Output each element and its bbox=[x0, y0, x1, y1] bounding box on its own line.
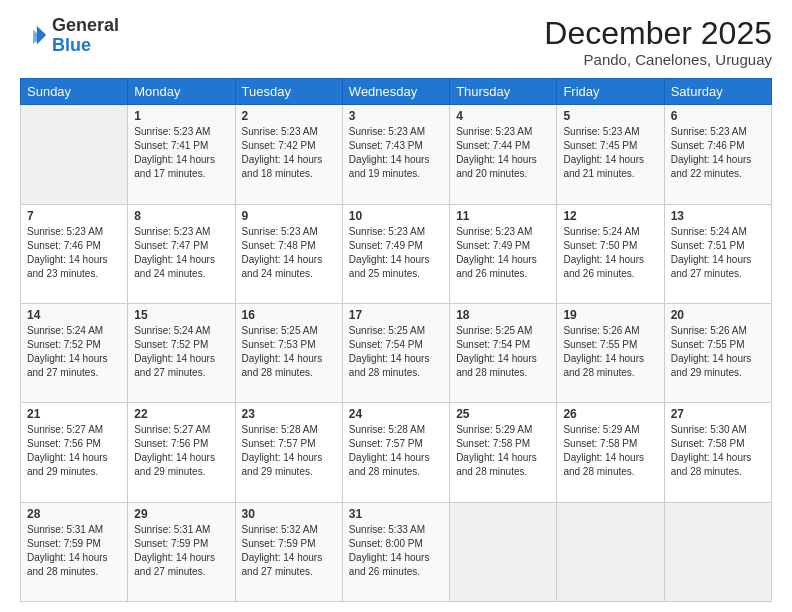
calendar-header-row: Sunday Monday Tuesday Wednesday Thursday… bbox=[21, 79, 772, 105]
logo: General Blue bbox=[20, 16, 119, 56]
header: General Blue December 2025 Pando, Canelo… bbox=[20, 16, 772, 68]
day-info: Sunrise: 5:23 AM Sunset: 7:47 PM Dayligh… bbox=[134, 225, 228, 281]
day-number: 9 bbox=[242, 209, 336, 223]
day-number: 15 bbox=[134, 308, 228, 322]
location-title: Pando, Canelones, Uruguay bbox=[544, 51, 772, 68]
day-number: 4 bbox=[456, 109, 550, 123]
day-info: Sunrise: 5:31 AM Sunset: 7:59 PM Dayligh… bbox=[27, 523, 121, 579]
weekday-sunday: Sunday bbox=[21, 79, 128, 105]
day-number: 11 bbox=[456, 209, 550, 223]
weekday-monday: Monday bbox=[128, 79, 235, 105]
day-info: Sunrise: 5:28 AM Sunset: 7:57 PM Dayligh… bbox=[349, 423, 443, 479]
day-info: Sunrise: 5:26 AM Sunset: 7:55 PM Dayligh… bbox=[671, 324, 765, 380]
day-number: 2 bbox=[242, 109, 336, 123]
day-info: Sunrise: 5:23 AM Sunset: 7:42 PM Dayligh… bbox=[242, 125, 336, 181]
day-info: Sunrise: 5:23 AM Sunset: 7:44 PM Dayligh… bbox=[456, 125, 550, 181]
day-number: 19 bbox=[563, 308, 657, 322]
day-info: Sunrise: 5:26 AM Sunset: 7:55 PM Dayligh… bbox=[563, 324, 657, 380]
day-info: Sunrise: 5:24 AM Sunset: 7:51 PM Dayligh… bbox=[671, 225, 765, 281]
table-row: 24Sunrise: 5:28 AM Sunset: 7:57 PM Dayli… bbox=[342, 403, 449, 502]
day-number: 16 bbox=[242, 308, 336, 322]
day-number: 20 bbox=[671, 308, 765, 322]
day-number: 3 bbox=[349, 109, 443, 123]
day-number: 5 bbox=[563, 109, 657, 123]
day-number: 26 bbox=[563, 407, 657, 421]
calendar-week-row: 28Sunrise: 5:31 AM Sunset: 7:59 PM Dayli… bbox=[21, 502, 772, 601]
day-info: Sunrise: 5:23 AM Sunset: 7:43 PM Dayligh… bbox=[349, 125, 443, 181]
day-number: 28 bbox=[27, 507, 121, 521]
day-number: 27 bbox=[671, 407, 765, 421]
table-row: 5Sunrise: 5:23 AM Sunset: 7:45 PM Daylig… bbox=[557, 105, 664, 204]
day-number: 18 bbox=[456, 308, 550, 322]
weekday-wednesday: Wednesday bbox=[342, 79, 449, 105]
day-info: Sunrise: 5:25 AM Sunset: 7:54 PM Dayligh… bbox=[456, 324, 550, 380]
table-row: 12Sunrise: 5:24 AM Sunset: 7:50 PM Dayli… bbox=[557, 204, 664, 303]
day-info: Sunrise: 5:27 AM Sunset: 7:56 PM Dayligh… bbox=[134, 423, 228, 479]
logo-blue-text: Blue bbox=[52, 35, 91, 55]
day-info: Sunrise: 5:33 AM Sunset: 8:00 PM Dayligh… bbox=[349, 523, 443, 579]
table-row: 2Sunrise: 5:23 AM Sunset: 7:42 PM Daylig… bbox=[235, 105, 342, 204]
table-row: 8Sunrise: 5:23 AM Sunset: 7:47 PM Daylig… bbox=[128, 204, 235, 303]
table-row: 15Sunrise: 5:24 AM Sunset: 7:52 PM Dayli… bbox=[128, 303, 235, 402]
day-number: 21 bbox=[27, 407, 121, 421]
table-row: 28Sunrise: 5:31 AM Sunset: 7:59 PM Dayli… bbox=[21, 502, 128, 601]
table-row: 1Sunrise: 5:23 AM Sunset: 7:41 PM Daylig… bbox=[128, 105, 235, 204]
day-number: 22 bbox=[134, 407, 228, 421]
day-number: 6 bbox=[671, 109, 765, 123]
table-row: 3Sunrise: 5:23 AM Sunset: 7:43 PM Daylig… bbox=[342, 105, 449, 204]
calendar-week-row: 7Sunrise: 5:23 AM Sunset: 7:46 PM Daylig… bbox=[21, 204, 772, 303]
table-row: 16Sunrise: 5:25 AM Sunset: 7:53 PM Dayli… bbox=[235, 303, 342, 402]
day-info: Sunrise: 5:29 AM Sunset: 7:58 PM Dayligh… bbox=[456, 423, 550, 479]
table-row bbox=[21, 105, 128, 204]
day-info: Sunrise: 5:23 AM Sunset: 7:46 PM Dayligh… bbox=[27, 225, 121, 281]
day-number: 13 bbox=[671, 209, 765, 223]
day-number: 12 bbox=[563, 209, 657, 223]
day-info: Sunrise: 5:29 AM Sunset: 7:58 PM Dayligh… bbox=[563, 423, 657, 479]
day-number: 24 bbox=[349, 407, 443, 421]
table-row bbox=[450, 502, 557, 601]
day-info: Sunrise: 5:25 AM Sunset: 7:53 PM Dayligh… bbox=[242, 324, 336, 380]
day-info: Sunrise: 5:23 AM Sunset: 7:49 PM Dayligh… bbox=[456, 225, 550, 281]
table-row: 22Sunrise: 5:27 AM Sunset: 7:56 PM Dayli… bbox=[128, 403, 235, 502]
day-info: Sunrise: 5:23 AM Sunset: 7:45 PM Dayligh… bbox=[563, 125, 657, 181]
day-number: 8 bbox=[134, 209, 228, 223]
table-row: 30Sunrise: 5:32 AM Sunset: 7:59 PM Dayli… bbox=[235, 502, 342, 601]
day-number: 31 bbox=[349, 507, 443, 521]
day-info: Sunrise: 5:31 AM Sunset: 7:59 PM Dayligh… bbox=[134, 523, 228, 579]
calendar-week-row: 14Sunrise: 5:24 AM Sunset: 7:52 PM Dayli… bbox=[21, 303, 772, 402]
calendar-table: Sunday Monday Tuesday Wednesday Thursday… bbox=[20, 78, 772, 602]
day-info: Sunrise: 5:23 AM Sunset: 7:46 PM Dayligh… bbox=[671, 125, 765, 181]
table-row: 21Sunrise: 5:27 AM Sunset: 7:56 PM Dayli… bbox=[21, 403, 128, 502]
table-row: 4Sunrise: 5:23 AM Sunset: 7:44 PM Daylig… bbox=[450, 105, 557, 204]
page: General Blue December 2025 Pando, Canelo… bbox=[0, 0, 792, 612]
day-info: Sunrise: 5:24 AM Sunset: 7:50 PM Dayligh… bbox=[563, 225, 657, 281]
day-info: Sunrise: 5:30 AM Sunset: 7:58 PM Dayligh… bbox=[671, 423, 765, 479]
table-row bbox=[664, 502, 771, 601]
table-row: 20Sunrise: 5:26 AM Sunset: 7:55 PM Dayli… bbox=[664, 303, 771, 402]
table-row: 6Sunrise: 5:23 AM Sunset: 7:46 PM Daylig… bbox=[664, 105, 771, 204]
table-row: 19Sunrise: 5:26 AM Sunset: 7:55 PM Dayli… bbox=[557, 303, 664, 402]
weekday-friday: Friday bbox=[557, 79, 664, 105]
day-info: Sunrise: 5:28 AM Sunset: 7:57 PM Dayligh… bbox=[242, 423, 336, 479]
table-row: 11Sunrise: 5:23 AM Sunset: 7:49 PM Dayli… bbox=[450, 204, 557, 303]
day-info: Sunrise: 5:25 AM Sunset: 7:54 PM Dayligh… bbox=[349, 324, 443, 380]
calendar-week-row: 1Sunrise: 5:23 AM Sunset: 7:41 PM Daylig… bbox=[21, 105, 772, 204]
day-info: Sunrise: 5:32 AM Sunset: 7:59 PM Dayligh… bbox=[242, 523, 336, 579]
table-row: 13Sunrise: 5:24 AM Sunset: 7:51 PM Dayli… bbox=[664, 204, 771, 303]
table-row: 31Sunrise: 5:33 AM Sunset: 8:00 PM Dayli… bbox=[342, 502, 449, 601]
day-number: 1 bbox=[134, 109, 228, 123]
table-row bbox=[557, 502, 664, 601]
day-info: Sunrise: 5:23 AM Sunset: 7:48 PM Dayligh… bbox=[242, 225, 336, 281]
month-title: December 2025 bbox=[544, 16, 772, 51]
day-number: 23 bbox=[242, 407, 336, 421]
table-row: 7Sunrise: 5:23 AM Sunset: 7:46 PM Daylig… bbox=[21, 204, 128, 303]
logo-general-text: General bbox=[52, 15, 119, 35]
weekday-saturday: Saturday bbox=[664, 79, 771, 105]
logo-text: General Blue bbox=[52, 16, 119, 56]
logo-icon bbox=[20, 22, 48, 50]
table-row: 23Sunrise: 5:28 AM Sunset: 7:57 PM Dayli… bbox=[235, 403, 342, 502]
day-number: 25 bbox=[456, 407, 550, 421]
day-number: 29 bbox=[134, 507, 228, 521]
table-row: 27Sunrise: 5:30 AM Sunset: 7:58 PM Dayli… bbox=[664, 403, 771, 502]
weekday-thursday: Thursday bbox=[450, 79, 557, 105]
